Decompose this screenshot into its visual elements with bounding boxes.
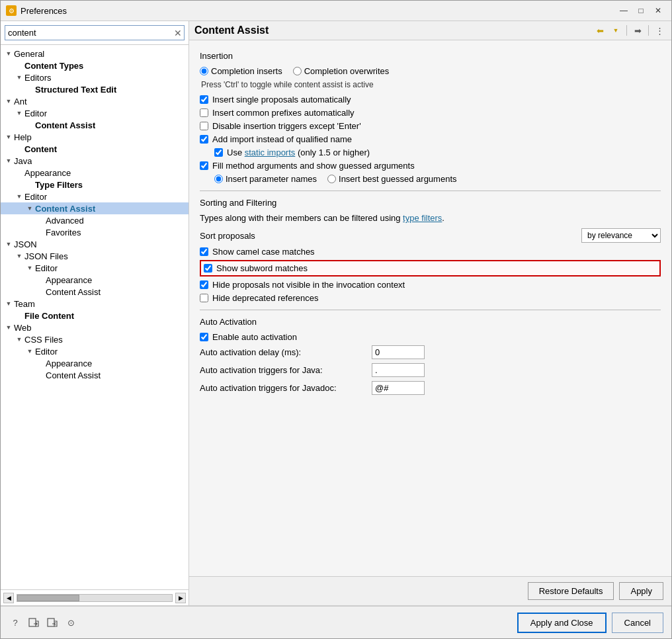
tree-item-web[interactable]: ▼ Web [1,321,189,333]
label-ant: Ant [14,97,27,106]
tree-item-structured-text[interactable]: Structured Text Edit [1,83,189,95]
insert-best-guessed-radio[interactable] [327,175,336,183]
insert-best-guessed-option[interactable]: Insert best guessed arguments [327,174,457,184]
search-input[interactable] [5,25,185,40]
tree-item-css-ca[interactable]: Content Assist [1,369,189,381]
insert-param-names-option[interactable]: Insert parameter names [214,174,317,184]
subword-checkbox[interactable] [204,264,212,273]
sort-proposals-select[interactable]: by relevance alphabetically [581,228,661,243]
import-icon[interactable] [27,616,40,629]
auto-java-input[interactable] [372,363,425,377]
apply-button[interactable]: Apply [619,582,663,600]
disable-triggers-checkbox[interactable] [200,122,208,130]
label-json: JSON [14,239,37,249]
label-css-appearance: Appearance [46,359,92,368]
tree-item-json-editor[interactable]: ▼ Editor [1,262,189,274]
sorting-label: Sorting and Filtering [200,198,661,208]
use-static-checkbox[interactable] [214,148,223,157]
label-ant-editor: Editor [24,108,47,118]
camel-case-checkbox[interactable] [200,247,208,256]
enable-auto-checkbox[interactable] [200,333,208,341]
tree-item-ant[interactable]: ▼ Ant [1,95,189,107]
tree-item-team[interactable]: ▼ Team [1,298,189,310]
back-dropdown-button[interactable]: ▼ [609,24,622,37]
auto-javadoc-input[interactable] [372,381,425,395]
completion-inserts-option[interactable]: Completion inserts [200,66,282,76]
scroll-left-button[interactable]: ◀ [3,593,14,603]
close-button[interactable]: ✕ [650,5,666,17]
tree-item-type-filters[interactable]: Type Filters [1,179,189,191]
footer-right-buttons: Apply and Close Cancel [517,613,663,633]
completion-overwrites-radio[interactable] [293,67,302,75]
maximize-button[interactable]: □ [633,5,649,17]
hide-proposals-label[interactable]: Hide proposals not visible in the invoca… [212,280,405,290]
completion-overwrites-option[interactable]: Completion overwrites [293,66,390,76]
label-css-editor: Editor [35,347,58,357]
insert-common-checkbox[interactable] [200,108,208,117]
hide-deprecated-label[interactable]: Hide deprecated references [212,293,318,303]
insert-single-checkbox[interactable] [200,95,208,104]
auto-delay-input[interactable] [372,345,425,359]
tree-item-json-files[interactable]: ▼ JSON Files [1,250,189,262]
completion-inserts-radio[interactable] [200,67,208,75]
export-icon[interactable] [46,616,59,629]
static-imports-link[interactable]: static imports [245,148,296,157]
tree-item-java[interactable]: ▼ Java [1,155,189,167]
label-team: Team [14,299,35,309]
menu-button[interactable]: ⋮ [653,24,666,37]
apply-close-button[interactable]: Apply and Close [517,613,607,633]
tree-item-general[interactable]: ▼ General [1,48,189,60]
tree-item-css-editor[interactable]: ▼ Editor [1,345,189,357]
cancel-button[interactable]: Cancel [612,613,663,633]
camel-case-label[interactable]: Show camel case matches [212,247,315,257]
label-editors: Editors [24,73,51,83]
svg-rect-0 [29,618,36,626]
horizontal-scrollbar[interactable] [17,594,173,602]
insert-common-label[interactable]: Insert common prefixes automatically [212,108,355,118]
auto-java-label: Auto activation triggers for Java: [200,365,372,375]
disable-triggers-label[interactable]: Disable insertion triggers except 'Enter… [212,121,361,131]
tree-item-css-appearance[interactable]: Appearance [1,357,189,369]
tree-item-ant-editor[interactable]: ▼ Editor [1,107,189,119]
hide-deprecated-checkbox[interactable] [200,294,208,302]
tree-item-file-content[interactable]: File Content [1,310,189,321]
tree-item-ant-content-assist[interactable]: Content Assist [1,119,189,131]
help-icon[interactable]: ? [9,616,22,629]
settings-icon[interactable]: ⊙ [64,616,77,629]
subword-label[interactable]: Show subword matches [216,263,308,273]
arrow-json-appearance [35,275,46,285]
minimize-button[interactable]: — [616,5,632,17]
tree-item-content-types[interactable]: Content Types [1,60,189,71]
tree-item-favorites[interactable]: Favorites [1,226,189,238]
tree-item-json-ca[interactable]: Content Assist [1,286,189,298]
add-import-label[interactable]: Add import instead of qualified name [212,134,352,144]
tree-item-java-editor[interactable]: ▼ Editor [1,191,189,202]
type-filters-row: Types along with their members can be fi… [200,213,661,223]
forward-button[interactable]: ➡ [631,24,644,37]
fill-method-checkbox[interactable] [200,161,208,170]
add-import-checkbox[interactable] [200,135,208,144]
tree-item-advanced[interactable]: Advanced [1,214,189,226]
scroll-right-button[interactable]: ▶ [175,593,186,603]
auto-activation-label: Auto Activation [200,317,661,327]
tree-item-java-content-assist[interactable]: ▼ Content Assist [1,202,189,214]
tree-item-editors[interactable]: ▼ Editors [1,71,189,83]
tree-item-help[interactable]: ▼ Help [1,131,189,143]
tree-item-java-appearance[interactable]: Appearance [1,167,189,179]
tree-item-json-appearance[interactable]: Appearance [1,274,189,286]
fill-method-row: Fill method arguments and show guessed a… [200,161,661,171]
insert-param-names-radio[interactable] [214,175,223,183]
hide-proposals-checkbox[interactable] [200,280,208,289]
enable-auto-label[interactable]: Enable auto activation [212,332,297,342]
tree-item-help-content[interactable]: Content [1,143,189,155]
type-filters-link[interactable]: type filters [403,213,442,223]
restore-defaults-button[interactable]: Restore Defaults [528,582,614,600]
tree-item-css-files[interactable]: ▼ CSS Files [1,333,189,345]
arrow-file-content [14,310,24,321]
fill-method-label[interactable]: Fill method arguments and show guessed a… [212,161,415,171]
search-clear-button[interactable]: ✕ [174,28,182,38]
tree-item-json[interactable]: ▼ JSON [1,238,189,250]
back-button[interactable]: ⬅ [593,24,607,37]
sort-proposals-row: Sort proposals by relevance alphabetical… [200,228,661,243]
insert-single-label[interactable]: Insert single proposals automatically [212,95,351,105]
